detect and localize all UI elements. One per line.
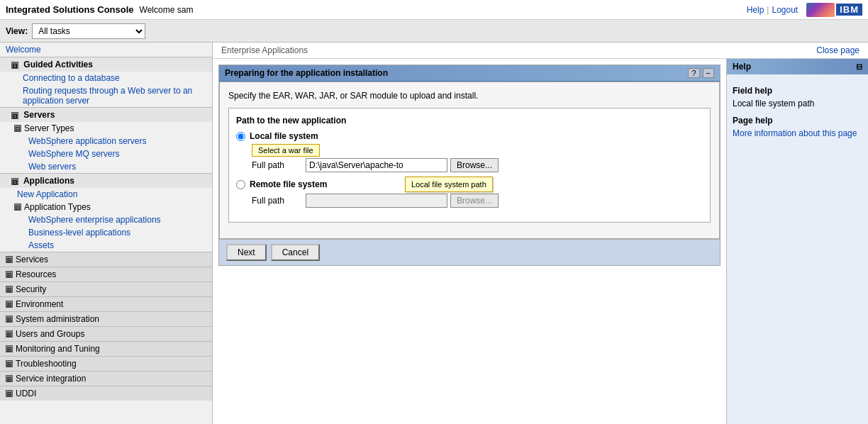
sidebar-item-websphere-app-servers[interactable]: WebSphere application servers: [0, 135, 212, 147]
enterprise-header: Enterprise Applications Close page: [213, 43, 868, 59]
expand-icon-security: ⊞: [6, 286, 13, 293]
viewbar: View: All tasks: [0, 20, 868, 43]
panel-minimize-btn[interactable]: −: [703, 68, 714, 78]
select-war-text: Select a war file: [252, 144, 320, 157]
browse-tooltip-container: Browse... Local file system path: [447, 158, 499, 172]
sidebar-item-web-servers[interactable]: Web servers: [0, 160, 212, 173]
select-war-tooltip: Select a war file: [252, 145, 703, 155]
panel-header-title: Preparing for the application installati…: [225, 68, 388, 78]
ibm-text: IBM: [836, 4, 862, 16]
view-label: View:: [6, 26, 28, 36]
topbar: Integrated Solutions Console Welcome sam…: [0, 0, 868, 20]
sidebar-group-users-groups[interactable]: ⊞ Users and Groups: [0, 326, 212, 341]
panel-desc: Specify the EAR, WAR, JAR, or SAR module…: [228, 91, 711, 101]
sidebar-item-websphere-mq[interactable]: WebSphere MQ servers: [0, 147, 212, 160]
expand-icon-app-types: ⊟: [14, 203, 21, 211]
sidebar-group-monitoring[interactable]: ⊞ Monitoring and Tuning: [0, 341, 212, 356]
close-page-link[interactable]: Close page: [816, 45, 859, 55]
remote-full-path-label: Full path: [252, 196, 301, 206]
local-fs-radio-row: Local file system: [236, 131, 703, 141]
main-layout: Welcome ⊟ Guided Activities Connecting t…: [0, 43, 868, 424]
topbar-right: Help | Logout IBM: [747, 3, 862, 17]
sidebar-group-troubleshooting[interactable]: ⊞ Troubleshooting: [0, 356, 212, 371]
panel-body: Specify the EAR, WAR, JAR, or SAR module…: [219, 82, 720, 239]
expand-icon: ⊟: [11, 62, 18, 69]
field-help-desc: Local file system path: [733, 99, 814, 108]
help-collapse-icon[interactable]: ⊟: [856, 62, 862, 72]
sidebar-group-uddi[interactable]: ⊞ UDDI: [0, 386, 212, 401]
sidebar-group-security[interactable]: ⊞ Security: [0, 281, 212, 296]
sidebar-item-connecting-db[interactable]: Connecting to a database: [0, 72, 212, 84]
local-path-field-row: Full path Browse... Local file system pa…: [252, 158, 703, 172]
path-box: Path to the new application Local file s…: [228, 108, 711, 223]
sidebar-group-applications[interactable]: ⊟ Applications: [0, 173, 212, 188]
remote-path-field-row: Full path Browse...: [252, 194, 703, 208]
sidebar-server-types[interactable]: ⊟ Server Types: [0, 122, 212, 135]
app-title: Integrated Solutions Console: [6, 4, 134, 15]
sidebar-item-assets[interactable]: Assets: [0, 239, 212, 252]
expand-icon-sysadmin: ⊞: [6, 316, 13, 323]
sidebar-group-system-admin[interactable]: ⊞ System administration: [0, 311, 212, 326]
expand-icon-server-types: ⊟: [14, 125, 21, 132]
sidebar-group-service-integration[interactable]: ⊞ Service integration: [0, 371, 212, 386]
sidebar-item-business-apps[interactable]: Business-level applications: [0, 226, 212, 239]
next-button[interactable]: Next: [226, 244, 267, 261]
panel-header-controls: ? −: [688, 68, 714, 78]
help-panel-title: Help: [733, 62, 751, 72]
sidebar-item-welcome[interactable]: Welcome: [0, 43, 212, 57]
expand-icon-service-integration: ⊞: [6, 375, 13, 382]
remote-browse-button[interactable]: Browse...: [450, 194, 499, 208]
expand-icon-resources: ⊞: [6, 271, 13, 278]
page-help-link[interactable]: More information about this page: [733, 128, 862, 138]
local-path-tooltip: Local file system path: [405, 177, 493, 192]
sidebar-group-servers[interactable]: ⊟ Servers: [0, 107, 212, 122]
view-select[interactable]: All tasks: [32, 23, 145, 39]
sidebar-item-enterprise-apps[interactable]: WebSphere enterprise applications: [0, 213, 212, 226]
ibm-logo-graphic: [806, 3, 835, 17]
help-link[interactable]: Help: [747, 5, 764, 15]
remote-fs-radio[interactable]: [236, 180, 245, 189]
expand-icon-monitoring: ⊞: [6, 345, 13, 352]
sidebar-group-guided-activities[interactable]: ⊟ Guided Activities: [0, 57, 212, 72]
cancel-button[interactable]: Cancel: [271, 244, 320, 261]
remote-fs-label[interactable]: Remote file system: [250, 179, 327, 189]
content-and-help: Preparing for the application installati…: [213, 59, 868, 424]
expand-icon-servers: ⊟: [11, 112, 18, 119]
sidebar-group-services[interactable]: ⊞ Services: [0, 252, 212, 267]
field-help-title: Field help: [733, 86, 862, 96]
sidebar: Welcome ⊟ Guided Activities Connecting t…: [0, 43, 213, 424]
enterprise-breadcrumb: Enterprise Applications: [221, 45, 308, 55]
action-bar: Next Cancel: [219, 239, 720, 265]
path-box-title: Path to the new application: [236, 116, 703, 125]
panel-help-btn[interactable]: ?: [688, 68, 699, 78]
help-panel: Help ⊟ Field help Local file system path…: [726, 59, 868, 424]
main-content: Preparing for the application installati…: [213, 59, 726, 424]
local-browse-button[interactable]: Browse...: [450, 158, 499, 172]
help-body: Field help Local file system path Page h…: [727, 74, 868, 144]
expand-icon-users: ⊞: [6, 330, 13, 337]
logout-link[interactable]: Logout: [772, 5, 798, 15]
expand-icon-uddi: ⊞: [6, 390, 13, 397]
full-path-label: Full path: [252, 160, 301, 170]
local-fs-radio[interactable]: [236, 132, 245, 141]
topbar-left: Integrated Solutions Console Welcome sam: [6, 4, 193, 15]
sidebar-item-new-application[interactable]: New Application: [0, 188, 212, 201]
remote-path-input[interactable]: [306, 194, 447, 208]
sidebar-app-types[interactable]: ⊟ Application Types: [0, 201, 212, 213]
help-panel-header: Help ⊟: [727, 59, 868, 74]
content-area: Enterprise Applications Close page Prepa…: [213, 43, 868, 424]
panel-header: Preparing for the application installati…: [219, 65, 720, 82]
installation-panel: Preparing for the application installati…: [218, 65, 720, 266]
expand-icon-applications: ⊟: [11, 178, 18, 185]
expand-icon-troubleshooting: ⊞: [6, 360, 13, 367]
local-fs-label[interactable]: Local file system: [250, 131, 318, 141]
expand-icon-services: ⊞: [6, 256, 13, 263]
sidebar-item-routing[interactable]: Routing requests through a Web server to…: [0, 84, 212, 107]
full-path-input[interactable]: [306, 158, 447, 172]
sidebar-group-resources[interactable]: ⊞ Resources: [0, 267, 212, 281]
topbar-welcome: Welcome sam: [140, 5, 194, 15]
sidebar-group-environment[interactable]: ⊞ Environment: [0, 296, 212, 311]
expand-icon-environment: ⊞: [6, 301, 13, 308]
page-help-title: Page help: [733, 116, 862, 125]
